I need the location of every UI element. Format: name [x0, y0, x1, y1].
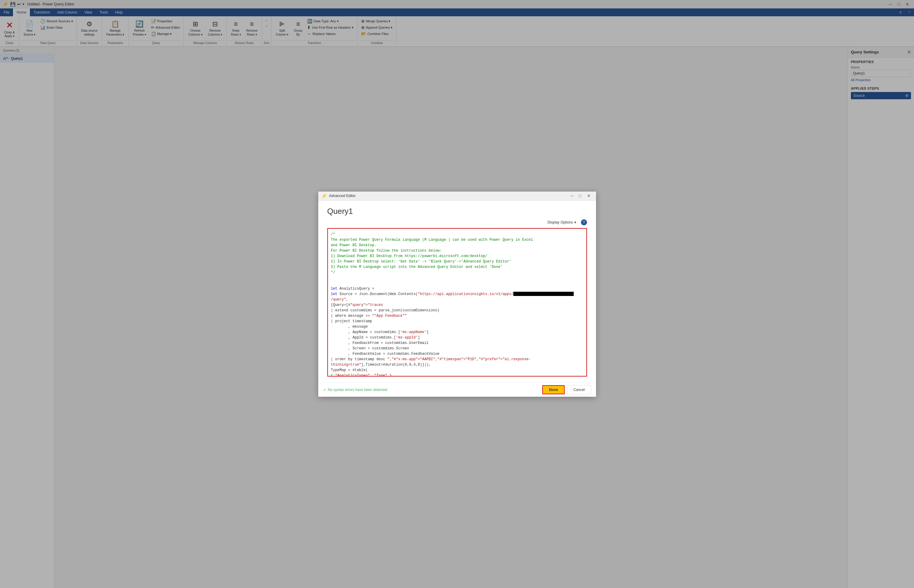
no-errors-indicator: ✓ No syntax errors have been detected.	[323, 388, 388, 392]
modal-title-label: Advanced Editor	[329, 194, 356, 198]
modal-minimize-btn[interactable]: ─	[568, 193, 576, 199]
modal-title-content: ⚡ Advanced Editor	[321, 193, 356, 199]
modal-body: Query1 Display Options ▾ ? /* The export…	[318, 200, 596, 383]
modal-controls: ─ □ ✕	[568, 193, 593, 199]
modal-restore-btn[interactable]: □	[577, 193, 583, 199]
modal-toolbar: Display Options ▾ ?	[327, 219, 587, 226]
display-options-chevron: ▾	[574, 220, 576, 225]
checkmark-icon: ✓	[323, 388, 327, 392]
modal-titlebar: ⚡ Advanced Editor ─ □ ✕	[318, 192, 596, 200]
display-options-label: Display Options	[548, 220, 573, 225]
modal-footer: ✓ No syntax errors have been detected. D…	[318, 383, 596, 397]
no-errors-text: No syntax errors have been detected.	[328, 388, 388, 392]
help-icon-label: ?	[583, 220, 585, 225]
cancel-button[interactable]: Cancel	[567, 385, 591, 394]
modal-close-btn[interactable]: ✕	[585, 193, 593, 199]
display-options-button[interactable]: Display Options ▾	[545, 219, 578, 226]
code-editor[interactable]: /* The exported Power Query Formula Lang…	[327, 228, 587, 376]
modal-query-name: Query1	[327, 207, 587, 216]
done-button[interactable]: Done	[542, 385, 565, 394]
modal-footer-buttons: Done Cancel	[542, 385, 591, 394]
modal-help-button[interactable]: ?	[581, 219, 587, 225]
modal-title-icon: ⚡	[321, 193, 327, 199]
modal-overlay: ⚡ Advanced Editor ─ □ ✕ Query1 Display O…	[0, 0, 914, 588]
advanced-editor-modal: ⚡ Advanced Editor ─ □ ✕ Query1 Display O…	[318, 192, 596, 397]
